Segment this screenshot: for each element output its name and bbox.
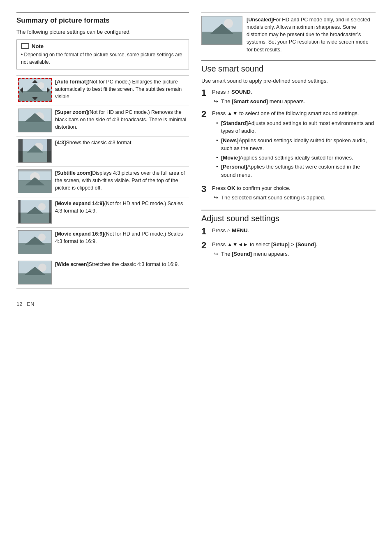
format-thumb-43 — [18, 139, 52, 163]
table-row: [Super zoom](Not for HD and PC mode.) Re… — [16, 106, 189, 136]
step-3-num: 3 — [201, 184, 209, 194]
note-icon — [21, 43, 29, 49]
smart-sound-title: Use smart sound — [201, 60, 376, 74]
unscaled-row: [Unscaled]For HD and PC mode only, and i… — [201, 12, 376, 53]
page-layout: Summary of picture formats The following… — [16, 12, 376, 289]
adj-step-1-num: 1 — [201, 227, 209, 236]
list-item: [News]Applies sound settings ideally sui… — [215, 136, 376, 153]
step-2-content: Press ▲▼ to select one of the following … — [212, 109, 376, 180]
step-3-content: Press OK to confirm your choice. ↪ The s… — [212, 184, 376, 201]
adjust-sound-section: Adjust sound settings 1 Press ⌂ MENU. 2 … — [201, 210, 376, 258]
step-2-bullet-list: [Standard]Adjusts sound settings to suit… — [215, 119, 376, 179]
adjust-sound-title: Adjust sound settings — [201, 210, 376, 223]
list-item: [Personal]Applies the settings that were… — [215, 163, 376, 179]
format-desc-auto: [Auto format](Not for PC mode.) Enlarges… — [53, 75, 189, 106]
step-1: 1 Press ♪ SOUND. ↪ The [Smart sound] men… — [201, 88, 376, 105]
table-row: [Subtitle zoom]Displays 4:3 pictures ove… — [16, 166, 189, 197]
step-3-result: ↪ The selected smart sound setting is ap… — [214, 194, 376, 202]
adj-step-2-num: 2 — [201, 240, 209, 250]
list-item: [Standard]Adjusts sound settings to suit… — [215, 119, 376, 135]
format-thumb-subtitle — [18, 169, 52, 193]
note-label: Note — [32, 43, 44, 49]
adj-step-1: 1 Press ⌂ MENU. — [201, 227, 376, 236]
step-3: 3 Press OK to confirm your choice. ↪ The… — [201, 184, 376, 201]
unscaled-desc: [Unscaled]For HD and PC mode only, and i… — [247, 16, 376, 53]
table-row: [4:3]Shows the classic 4:3 format. — [16, 136, 189, 166]
page-number: 12 — [16, 301, 22, 307]
note-box: Note • Depending on the format of the pi… — [16, 39, 189, 69]
left-intro: The following picture settings can be co… — [16, 28, 189, 36]
smart-sound-section: Use smart sound Use smart sound to apply… — [201, 60, 376, 202]
step-1-num: 1 — [201, 88, 209, 98]
format-desc-subtitle: [Subtitle zoom]Displays 4:3 pictures ove… — [53, 166, 189, 197]
format-thumb-movie14 — [18, 200, 52, 224]
adj-step-2: 2 Press ▲▼◄► to select [Setup] > [Sound]… — [201, 240, 376, 258]
page-footer: 12 EN — [16, 301, 376, 307]
left-section-title: Summary of picture formats — [16, 12, 189, 25]
note-header: Note — [21, 43, 184, 49]
step-1-content: Press ♪ SOUND. ↪ The [Smart sound] menu … — [212, 88, 376, 105]
right-column: [Unscaled]For HD and PC mode only, and i… — [201, 12, 376, 262]
format-thumb-auto — [18, 78, 52, 102]
adj-step-2-content: Press ▲▼◄► to select [Setup] > [Sound]. … — [212, 240, 376, 258]
note-text: • Depending on the format of the picture… — [21, 51, 184, 66]
adj-step-2-result: ↪ The [Sound] menu appears. — [214, 250, 376, 258]
format-thumb-superzoom — [18, 109, 52, 132]
unscaled-thumb — [201, 16, 242, 45]
page-lang: EN — [27, 301, 34, 307]
adj-step-1-content: Press ⌂ MENU. — [212, 227, 376, 235]
step-2-num: 2 — [201, 109, 209, 119]
list-item: [Movie]Applies sound settings ideally su… — [215, 154, 376, 162]
table-row: [Movie expand 14:9](Not for HD and PC mo… — [16, 197, 189, 227]
format-table: [Auto format](Not for PC mode.) Enlarges… — [16, 75, 189, 289]
format-desc-43: [4:3]Shows the classic 4:3 format. — [53, 136, 189, 166]
format-thumb-movie16 — [18, 230, 52, 254]
left-column: Summary of picture formats The following… — [16, 12, 189, 289]
step-1-result: ↪ The [Smart sound] menu appears. — [214, 97, 376, 106]
format-desc-movie16: [Movie expand 16:9](Not for HD and PC mo… — [53, 227, 189, 258]
table-row: [Auto format](Not for PC mode.) Enlarges… — [16, 75, 189, 106]
step-2: 2 Press ▲▼ to select one of the followin… — [201, 109, 376, 180]
smart-sound-intro: Use smart sound to apply pre-defined sou… — [201, 77, 376, 85]
format-desc-movie14: [Movie expand 14:9](Not for HD and PC mo… — [53, 197, 189, 227]
table-row: [Movie expand 16:9](Not for HD and PC mo… — [16, 227, 189, 258]
format-desc-wide: [Wide screen]Stretches the classic 4:3 f… — [53, 258, 189, 288]
table-row: [Wide screen]Stretches the classic 4:3 f… — [16, 258, 189, 288]
format-desc-superzoom: [Super zoom](Not for HD and PC mode.) Re… — [53, 106, 189, 136]
format-thumb-wide — [18, 261, 52, 284]
